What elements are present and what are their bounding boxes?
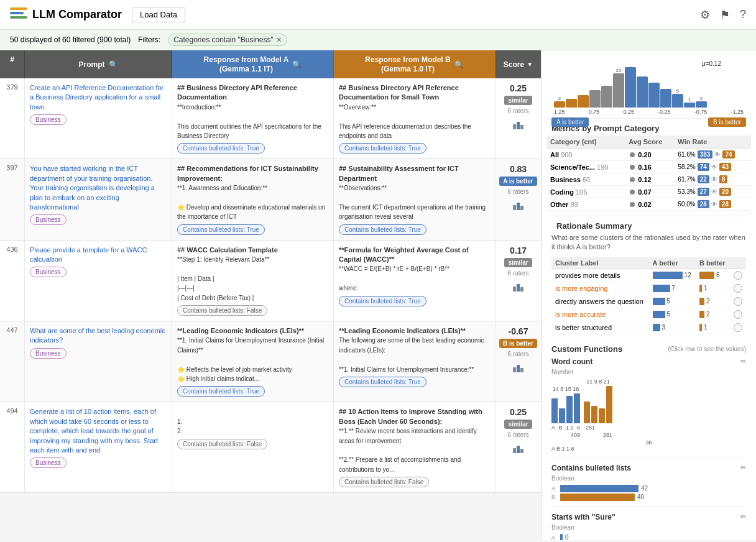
metrics-category: Other 89	[546, 198, 625, 211]
score-badge: similar	[504, 258, 532, 267]
model-b-label: Response from Model B	[365, 55, 450, 64]
rationale-row[interactable]: provides more details 12 6	[551, 269, 746, 282]
bullet-tag-a: Contains bulleted lists: True	[177, 143, 265, 154]
table-row[interactable]: 397 You have started working in the ICT …	[0, 159, 541, 240]
app-header: LLM Comparator Load Data ⚙ ⚑ ?	[0, 0, 756, 30]
score-badge: A is better	[499, 177, 537, 186]
cell-prompt: You have started working in the ICT depa…	[25, 159, 172, 239]
cf-edit-icon[interactable]: ✏	[740, 357, 746, 365]
table-row[interactable]: 436 Please provide a template for a WACC…	[0, 241, 541, 321]
search-model-b-icon[interactable]: 🔍	[454, 60, 464, 69]
rat-cluster-label: provides more details	[551, 269, 649, 282]
cf-item-name: Contains bulleted lists	[551, 464, 631, 472]
category-badge: Business	[30, 348, 67, 359]
cell-num: 436	[0, 241, 25, 321]
bullet-tag-b: Contains bulleted lists: True	[339, 296, 426, 306]
metrics-avg-score: 0.16	[625, 161, 674, 173]
table-body: 379 Create an API Reference Documentatio…	[0, 78, 541, 540]
metrics-row[interactable]: Business 60 0.12 61.7% 22 👁 8	[546, 173, 751, 186]
help-icon[interactable]: ?	[740, 8, 746, 21]
category-badge: Business	[30, 267, 67, 277]
rat-circle[interactable]	[734, 297, 742, 306]
table-row[interactable]: 447 What are some of the best leading ec…	[0, 321, 541, 402]
cf-edit-icon[interactable]: ✏	[740, 464, 746, 472]
rat-circle[interactable]	[734, 284, 742, 293]
filter-chip[interactable]: Categories contain "Business" ✕	[168, 34, 287, 46]
rat-a-better: 7	[649, 282, 696, 295]
metrics-avg-score: 0.07	[625, 186, 674, 198]
metrics-category: All 900	[546, 149, 625, 161]
prompt-link[interactable]: You have started working in the ICT depa…	[30, 165, 155, 211]
cell-num: 494	[0, 402, 25, 492]
search-prompt-icon[interactable]: 🔍	[109, 60, 118, 69]
score-badge: similar	[504, 420, 532, 429]
metrics-row[interactable]: All 900 0.20 61.6% 383 👁 74	[546, 149, 751, 161]
prompt-link[interactable]: Create an API Reference Documentation fo…	[30, 84, 164, 111]
app-logo: LLM Comparator	[10, 7, 122, 22]
rationale-row[interactable]: is better structured 3 1	[551, 321, 746, 334]
rat-a-better: 3	[649, 321, 696, 334]
response-b-content: ## Business Directory API Reference Docu…	[339, 83, 490, 140]
table-section: # Prompt 🔍 Response from Model A (Gemma …	[0, 50, 541, 540]
app-title: LLM Comparator	[32, 8, 122, 21]
cell-prompt: Generate a list of 10 action items, each…	[25, 402, 172, 492]
metrics-win-rate: 53.3% 27 👁 20	[674, 186, 751, 198]
rat-b-better: 2	[696, 295, 730, 308]
metrics-win-rate: 58.2% 74 👁 43	[674, 161, 751, 173]
response-a-content: 1. 2.	[177, 407, 328, 436]
cf-bool-chart: A 0 B 5	[551, 534, 746, 540]
cf-item[interactable]: Starts with "Sure" ✏ Boolean A 0 B 5	[551, 513, 746, 540]
prompt-link[interactable]: Please provide a template for a WACC cal…	[30, 246, 147, 263]
filter-chip-remove[interactable]: ✕	[276, 36, 282, 44]
rationale-row[interactable]: directly answers the question 5 2	[551, 295, 746, 308]
cf-edit-icon[interactable]: ✏	[740, 513, 746, 521]
cell-model-b: ## Business Directory API Reference Docu…	[334, 78, 496, 158]
filter-chip-text: Categories contain "Business"	[173, 35, 274, 44]
col-header-model-b: Response from Model B (Gemma 1.0 IT) 🔍	[334, 50, 496, 78]
cell-score: 0.25 similar 6 raters	[496, 402, 541, 492]
alert-icon[interactable]: ⚑	[720, 8, 730, 22]
prompt-link[interactable]: What are some of the best leading econom…	[30, 327, 165, 344]
rat-col-cluster: Cluster Label	[551, 257, 649, 269]
a-better-legend: A is better	[551, 117, 589, 127]
score-value: 0.25	[510, 407, 527, 417]
load-data-button[interactable]: Load Data	[132, 7, 185, 22]
metrics-row[interactable]: Science/Tec... 190 0.16 58.2% 74 👁 43	[546, 161, 751, 173]
rationale-row[interactable]: is more accurate 5 2	[551, 308, 746, 321]
rat-circle[interactable]	[734, 271, 742, 280]
rat-circle[interactable]	[734, 310, 742, 319]
metrics-row[interactable]: Coding 106 0.07 53.3% 27 👁 20	[546, 186, 751, 198]
filter-label: Filters:	[138, 35, 160, 44]
cell-model-a: ## Recommendations for ICT Sustainabilit…	[172, 159, 334, 239]
raters-text: 6 raters	[508, 188, 529, 195]
gear-icon[interactable]: ⚙	[700, 8, 710, 22]
rationale-row[interactable]: is more engaging 7 1	[551, 282, 746, 295]
raters-text: 6 raters	[508, 108, 529, 114]
response-b-content: ## Sustainability Assessment for ICT Dep…	[339, 164, 490, 221]
cf-item[interactable]: Contains bulleted lists ✏ Boolean A 42 B…	[551, 464, 746, 507]
right-panel: μ=0.12 2	[541, 50, 756, 540]
sort-icon[interactable]: ▼	[527, 61, 533, 68]
bullet-tag-b: Contains bulleted lists: False	[339, 477, 429, 487]
cf-hint: (Click row to see the values)	[668, 346, 746, 352]
histogram-section: μ=0.12 2	[546, 55, 751, 118]
metrics-col-avg: Avg Score	[625, 136, 674, 149]
logo-line-2	[10, 12, 24, 14]
cf-title: Custom Functions	[551, 344, 622, 354]
response-a-content: ## WACC Calculation Template **Step 1: I…	[177, 246, 328, 303]
b-better-legend: B is better	[708, 117, 746, 127]
metrics-row[interactable]: Other 89 0.02 50.0% 28 👁 28	[546, 198, 751, 211]
cf-item[interactable]: Word count ✏ Number 14 8 15 16	[551, 357, 746, 457]
cell-model-a: 1. 2. Contains bulleted lists: False	[172, 402, 334, 492]
model-a-name: (Gemma 1.1 IT)	[219, 65, 273, 73]
rat-circle[interactable]	[734, 323, 742, 332]
cf-bar-chart: 14 8 15 16	[551, 379, 746, 438]
search-model-a-icon[interactable]: 🔍	[292, 60, 302, 69]
prompt-link[interactable]: Generate a list of 10 action items, each…	[30, 408, 158, 454]
score-badge: similar	[504, 96, 532, 105]
metrics-category: Science/Tec... 190	[546, 161, 625, 173]
response-b-content: **Leading Economic Indicators (LEIs)** T…	[339, 326, 490, 374]
table-row[interactable]: 379 Create an API Reference Documentatio…	[0, 78, 541, 159]
rat-a-better: 5	[649, 308, 696, 321]
table-row[interactable]: 494 Generate a list of 10 action items, …	[0, 402, 541, 493]
